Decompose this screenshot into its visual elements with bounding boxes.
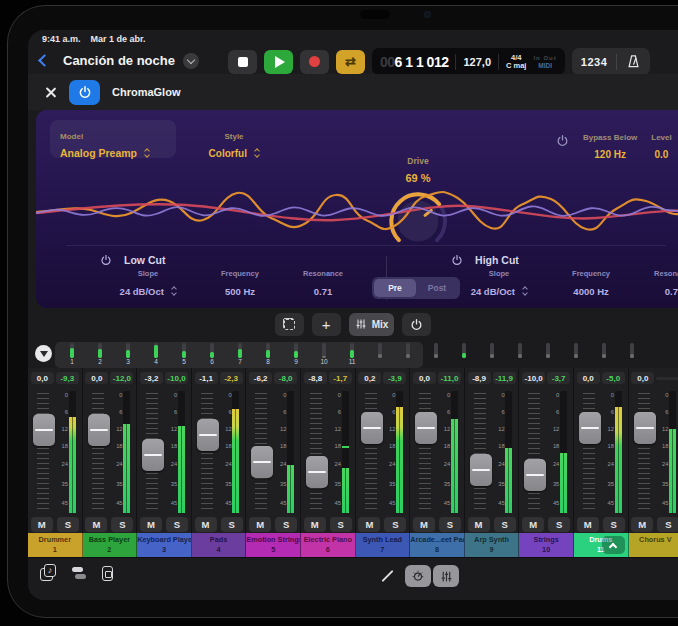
overview-meter[interactable]: [506, 343, 534, 366]
metronome-icon[interactable]: [626, 54, 641, 69]
level-readout[interactable]: -9,3: [56, 372, 79, 384]
overview-meter[interactable]: 1: [58, 343, 86, 366]
overview-meter[interactable]: 11: [338, 343, 366, 366]
fader-handle[interactable]: [33, 414, 55, 446]
mute-button[interactable]: M: [631, 517, 653, 532]
level-readout[interactable]: -5,0: [602, 372, 625, 384]
mute-button[interactable]: M: [31, 517, 53, 532]
track-label[interactable]: Pads4: [192, 533, 247, 557]
mixer-power-button[interactable]: [402, 313, 431, 336]
volume-readout[interactable]: -8,9: [468, 372, 491, 384]
track-label[interactable]: Strings10: [519, 533, 574, 557]
filter-tracks-button[interactable]: [35, 345, 52, 362]
high-cut-slope[interactable]: Slope 24 dB/Oct: [451, 269, 547, 299]
low-cut-slope[interactable]: Slope 24 dB/Oct: [100, 269, 196, 299]
overview-meter[interactable]: [618, 343, 646, 366]
live-loops-icon[interactable]: [71, 566, 86, 581]
volume-readout[interactable]: -3,2: [140, 372, 163, 384]
solo-button[interactable]: S: [57, 517, 79, 532]
overview-meter[interactable]: [422, 343, 450, 366]
fader-handle[interactable]: [142, 439, 164, 471]
solo-button[interactable]: S: [657, 517, 678, 532]
fader-handle[interactable]: [524, 459, 546, 491]
volume-readout[interactable]: -6,2: [249, 372, 272, 384]
low-cut-frequency[interactable]: Frequency 500 Hz: [196, 269, 284, 299]
bypass-below-control[interactable]: Bypass Below 120 Hz: [583, 126, 637, 162]
solo-button[interactable]: S: [603, 517, 625, 532]
low-cut-power-icon[interactable]: [100, 254, 112, 266]
volume-readout[interactable]: 0,0: [31, 372, 54, 384]
solo-button[interactable]: S: [384, 517, 406, 532]
overview-meter[interactable]: [562, 343, 590, 366]
fader-handle[interactable]: [361, 412, 383, 444]
overview-meter[interactable]: 9: [282, 343, 310, 366]
overview-meter[interactable]: 3: [114, 343, 142, 366]
mute-button[interactable]: M: [577, 517, 599, 532]
volume-readout[interactable]: 0,0: [631, 372, 654, 384]
overview-meters[interactable]: 1234567891011: [58, 343, 646, 366]
back-chevron-icon[interactable]: [38, 54, 51, 67]
level-readout[interactable]: -12,0: [110, 372, 133, 384]
level-readout[interactable]: [656, 377, 678, 380]
track-label[interactable]: Keyboard Player3: [137, 533, 192, 557]
mute-button[interactable]: M: [140, 517, 162, 532]
play-button[interactable]: [264, 50, 293, 74]
loop-browser-icon[interactable]: [40, 566, 55, 581]
fader-handle[interactable]: [415, 412, 437, 444]
fader-handle[interactable]: [197, 419, 219, 451]
mute-button[interactable]: M: [468, 517, 490, 532]
lcd-display[interactable]: 006 1 1 012 127,0 4/4 C maj In Out MIDI: [372, 48, 565, 75]
mute-button[interactable]: M: [522, 517, 544, 532]
fader-handle[interactable]: [579, 412, 601, 444]
solo-button[interactable]: S: [166, 517, 188, 532]
close-icon[interactable]: [44, 86, 57, 99]
overview-meter[interactable]: 10: [310, 343, 338, 366]
solo-button[interactable]: S: [548, 517, 570, 532]
mixer-view-button[interactable]: [433, 565, 459, 587]
volume-readout[interactable]: -10,0: [522, 372, 545, 384]
volume-readout[interactable]: 0,2: [358, 372, 381, 384]
song-menu-button[interactable]: [183, 53, 199, 69]
pencil-icon[interactable]: [381, 570, 393, 582]
track-label[interactable]: Arcade...eet Pad8: [410, 533, 465, 557]
model-selector[interactable]: Model Analog Preamp: [50, 120, 176, 158]
track-label[interactable]: Bass Player2: [83, 533, 138, 557]
fader-handle[interactable]: [470, 454, 492, 486]
level-readout[interactable]: -10,0: [165, 372, 188, 384]
level-control[interactable]: Level 0.0: [651, 126, 671, 162]
track-label[interactable]: Drums11: [574, 533, 629, 557]
level-readout[interactable]: -11,9: [493, 372, 516, 384]
overview-meter[interactable]: 6: [198, 343, 226, 366]
track-label[interactable]: Chorus V: [629, 533, 678, 557]
high-cut-power-icon[interactable]: [451, 254, 463, 266]
fader-view-icon[interactable]: [102, 566, 113, 581]
solo-button[interactable]: S: [494, 517, 516, 532]
volume-readout[interactable]: -1,1: [195, 372, 218, 384]
fader-handle[interactable]: [251, 446, 273, 478]
mute-button[interactable]: M: [358, 517, 380, 532]
cycle-button[interactable]: ⇄: [336, 50, 365, 74]
style-selector[interactable]: Style Colorful: [184, 120, 284, 158]
overview-meter[interactable]: 8: [254, 343, 282, 366]
mute-button[interactable]: M: [249, 517, 271, 532]
controls-view-button[interactable]: [405, 565, 431, 587]
overview-meter[interactable]: 4: [142, 343, 170, 366]
level-readout[interactable]: -3,7: [547, 372, 570, 384]
level-readout[interactable]: -3,9: [383, 372, 406, 384]
solo-button[interactable]: S: [330, 517, 352, 532]
bypass-power-icon[interactable]: [556, 134, 569, 147]
solo-button[interactable]: S: [439, 517, 461, 532]
fader-handle[interactable]: [634, 412, 656, 444]
overview-meter[interactable]: [534, 343, 562, 366]
solo-button[interactable]: S: [111, 517, 133, 532]
solo-button[interactable]: S: [275, 517, 297, 532]
high-cut-resonance[interactable]: Resonance 0.71: [635, 269, 678, 299]
volume-readout[interactable]: -8,8: [304, 372, 327, 384]
overview-meter[interactable]: [590, 343, 618, 366]
duplicate-button[interactable]: [275, 313, 304, 336]
level-readout[interactable]: -2,3: [220, 372, 243, 384]
track-label[interactable]: Drummer1: [28, 533, 83, 557]
volume-readout[interactable]: 0,0: [577, 372, 600, 384]
record-button[interactable]: [300, 50, 329, 74]
overview-meter[interactable]: 5: [170, 343, 198, 366]
